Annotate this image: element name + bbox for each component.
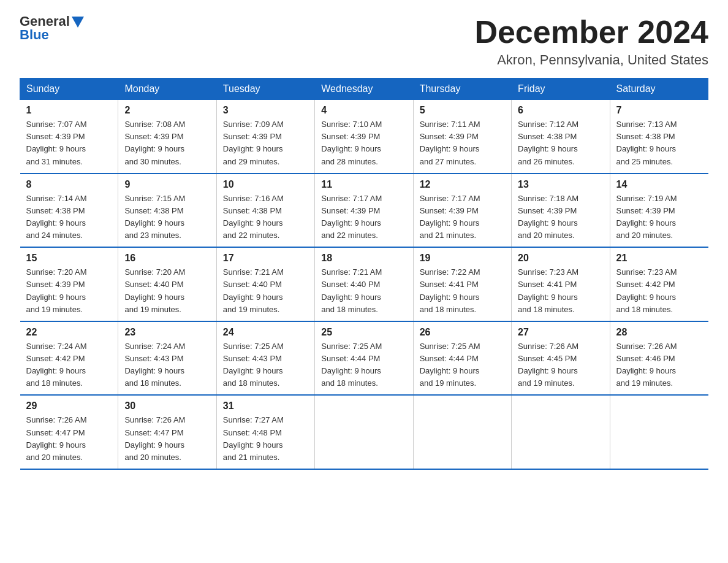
day-info: Sunrise: 7:25 AM Sunset: 4:44 PM Dayligh…	[321, 340, 406, 390]
day-number: 30	[124, 400, 210, 412]
calendar-day-cell: 5 Sunrise: 7:11 AM Sunset: 4:39 PM Dayli…	[413, 100, 511, 174]
day-number: 4	[321, 105, 406, 116]
day-info: Sunrise: 7:15 AM Sunset: 4:38 PM Dayligh…	[124, 193, 210, 242]
calendar-day-cell: 2 Sunrise: 7:08 AM Sunset: 4:39 PM Dayli…	[118, 100, 216, 174]
day-number: 29	[26, 400, 112, 412]
logo-general-text: General	[20, 15, 70, 28]
calendar-table: Sunday Monday Tuesday Wednesday Thursday…	[20, 78, 708, 470]
header-monday: Monday	[118, 79, 216, 100]
day-number: 14	[616, 179, 702, 190]
day-number: 28	[616, 327, 702, 338]
day-info: Sunrise: 7:09 AM Sunset: 4:39 PM Dayligh…	[223, 118, 308, 168]
calendar-day-cell: 10 Sunrise: 7:16 AM Sunset: 4:38 PM Dayl…	[216, 174, 314, 248]
day-number: 7	[616, 105, 702, 116]
day-number: 21	[616, 253, 702, 264]
svg-marker-0	[72, 17, 84, 28]
day-info: Sunrise: 7:26 AM Sunset: 4:47 PM Dayligh…	[26, 414, 112, 464]
calendar-day-cell: 4 Sunrise: 7:10 AM Sunset: 4:39 PM Dayli…	[315, 100, 413, 174]
day-info: Sunrise: 7:17 AM Sunset: 4:39 PM Dayligh…	[420, 193, 505, 242]
day-number: 16	[124, 253, 210, 264]
day-info: Sunrise: 7:21 AM Sunset: 4:40 PM Dayligh…	[321, 266, 406, 316]
day-info: Sunrise: 7:08 AM Sunset: 4:39 PM Dayligh…	[124, 118, 210, 168]
calendar-day-cell: 8 Sunrise: 7:14 AM Sunset: 4:38 PM Dayli…	[20, 174, 118, 248]
day-info: Sunrise: 7:26 AM Sunset: 4:45 PM Dayligh…	[518, 340, 603, 390]
calendar-day-cell: 26 Sunrise: 7:25 AM Sunset: 4:44 PM Dayl…	[413, 321, 511, 396]
calendar-day-cell: 11 Sunrise: 7:17 AM Sunset: 4:39 PM Dayl…	[315, 174, 413, 248]
day-number: 9	[124, 179, 210, 190]
header-wednesday: Wednesday	[315, 79, 413, 100]
day-info: Sunrise: 7:11 AM Sunset: 4:39 PM Dayligh…	[420, 118, 505, 168]
day-number: 13	[518, 179, 603, 190]
day-info: Sunrise: 7:26 AM Sunset: 4:46 PM Dayligh…	[616, 340, 702, 390]
calendar-day-cell: 21 Sunrise: 7:23 AM Sunset: 4:42 PM Dayl…	[610, 247, 708, 321]
calendar-day-cell: 3 Sunrise: 7:09 AM Sunset: 4:39 PM Dayli…	[216, 100, 314, 174]
calendar-day-cell: 28 Sunrise: 7:26 AM Sunset: 4:46 PM Dayl…	[610, 321, 708, 396]
day-info: Sunrise: 7:20 AM Sunset: 4:39 PM Dayligh…	[26, 266, 112, 316]
day-number: 27	[518, 327, 603, 338]
calendar-week-row: 15 Sunrise: 7:20 AM Sunset: 4:39 PM Dayl…	[20, 247, 708, 321]
day-info: Sunrise: 7:24 AM Sunset: 4:42 PM Dayligh…	[26, 340, 112, 390]
day-info: Sunrise: 7:17 AM Sunset: 4:39 PM Dayligh…	[321, 193, 406, 242]
header-sunday: Sunday	[20, 79, 118, 100]
day-info: Sunrise: 7:25 AM Sunset: 4:43 PM Dayligh…	[223, 340, 308, 390]
logo: General Blue	[20, 15, 84, 42]
day-number: 8	[26, 179, 112, 190]
calendar-day-cell: 6 Sunrise: 7:12 AM Sunset: 4:38 PM Dayli…	[512, 100, 610, 174]
calendar-day-cell	[610, 395, 708, 469]
calendar-day-cell: 16 Sunrise: 7:20 AM Sunset: 4:40 PM Dayl…	[118, 247, 216, 321]
location-subtitle: Akron, Pennsylvania, United States	[474, 52, 708, 68]
calendar-day-cell: 19 Sunrise: 7:22 AM Sunset: 4:41 PM Dayl…	[413, 247, 511, 321]
calendar-week-row: 29 Sunrise: 7:26 AM Sunset: 4:47 PM Dayl…	[20, 395, 708, 469]
calendar-day-cell: 7 Sunrise: 7:13 AM Sunset: 4:38 PM Dayli…	[610, 100, 708, 174]
day-info: Sunrise: 7:23 AM Sunset: 4:42 PM Dayligh…	[616, 266, 702, 316]
day-header-row: Sunday Monday Tuesday Wednesday Thursday…	[20, 79, 708, 100]
day-info: Sunrise: 7:14 AM Sunset: 4:38 PM Dayligh…	[26, 193, 112, 242]
day-info: Sunrise: 7:21 AM Sunset: 4:40 PM Dayligh…	[223, 266, 308, 316]
page-header: General Blue December 2024 Akron, Pennsy…	[20, 15, 708, 68]
calendar-day-cell: 22 Sunrise: 7:24 AM Sunset: 4:42 PM Dayl…	[20, 321, 118, 396]
calendar-day-cell: 29 Sunrise: 7:26 AM Sunset: 4:47 PM Dayl…	[20, 395, 118, 469]
day-number: 11	[321, 179, 406, 190]
day-number: 2	[124, 105, 210, 116]
day-number: 20	[518, 253, 603, 264]
day-number: 26	[420, 327, 505, 338]
calendar-day-cell: 20 Sunrise: 7:23 AM Sunset: 4:41 PM Dayl…	[512, 247, 610, 321]
day-number: 25	[321, 327, 406, 338]
logo-blue-text: Blue	[20, 28, 49, 42]
calendar-day-cell: 27 Sunrise: 7:26 AM Sunset: 4:45 PM Dayl…	[512, 321, 610, 396]
day-info: Sunrise: 7:25 AM Sunset: 4:44 PM Dayligh…	[420, 340, 505, 390]
day-number: 3	[223, 105, 308, 116]
day-number: 1	[26, 105, 112, 116]
calendar-day-cell: 18 Sunrise: 7:21 AM Sunset: 4:40 PM Dayl…	[315, 247, 413, 321]
day-info: Sunrise: 7:07 AM Sunset: 4:39 PM Dayligh…	[26, 118, 112, 168]
calendar-day-cell: 12 Sunrise: 7:17 AM Sunset: 4:39 PM Dayl…	[413, 174, 511, 248]
calendar-day-cell: 13 Sunrise: 7:18 AM Sunset: 4:39 PM Dayl…	[512, 174, 610, 248]
day-number: 6	[518, 105, 603, 116]
calendar-day-cell: 15 Sunrise: 7:20 AM Sunset: 4:39 PM Dayl…	[20, 247, 118, 321]
header-thursday: Thursday	[413, 79, 511, 100]
header-friday: Friday	[512, 79, 610, 100]
day-number: 18	[321, 253, 406, 264]
day-number: 31	[223, 400, 308, 412]
calendar-day-cell: 17 Sunrise: 7:21 AM Sunset: 4:40 PM Dayl…	[216, 247, 314, 321]
day-info: Sunrise: 7:19 AM Sunset: 4:39 PM Dayligh…	[616, 193, 702, 242]
day-info: Sunrise: 7:13 AM Sunset: 4:38 PM Dayligh…	[616, 118, 702, 168]
day-number: 22	[26, 327, 112, 338]
title-block: December 2024 Akron, Pennsylvania, Unite…	[474, 15, 708, 68]
calendar-day-cell	[315, 395, 413, 469]
calendar-day-cell: 1 Sunrise: 7:07 AM Sunset: 4:39 PM Dayli…	[20, 100, 118, 174]
logo-triangle-icon	[72, 17, 84, 28]
day-number: 12	[420, 179, 505, 190]
day-info: Sunrise: 7:26 AM Sunset: 4:47 PM Dayligh…	[124, 414, 210, 464]
month-title: December 2024	[474, 15, 708, 50]
header-tuesday: Tuesday	[216, 79, 314, 100]
day-info: Sunrise: 7:10 AM Sunset: 4:39 PM Dayligh…	[321, 118, 406, 168]
day-info: Sunrise: 7:20 AM Sunset: 4:40 PM Dayligh…	[124, 266, 210, 316]
day-number: 23	[124, 327, 210, 338]
day-number: 19	[420, 253, 505, 264]
calendar-day-cell: 24 Sunrise: 7:25 AM Sunset: 4:43 PM Dayl…	[216, 321, 314, 396]
day-number: 10	[223, 179, 308, 190]
calendar-day-cell: 14 Sunrise: 7:19 AM Sunset: 4:39 PM Dayl…	[610, 174, 708, 248]
calendar-day-cell: 9 Sunrise: 7:15 AM Sunset: 4:38 PM Dayli…	[118, 174, 216, 248]
calendar-week-row: 8 Sunrise: 7:14 AM Sunset: 4:38 PM Dayli…	[20, 174, 708, 248]
